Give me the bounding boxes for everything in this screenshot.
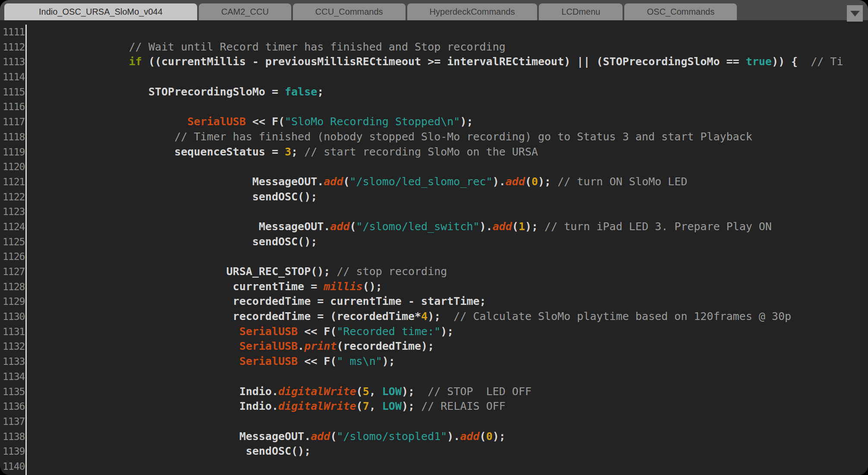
line-number: 1140: [0, 459, 25, 474]
code-token: );: [440, 325, 453, 338]
code-token: );: [493, 430, 506, 443]
code-line[interactable]: [31, 204, 868, 219]
code-token: << F(: [246, 115, 285, 128]
code-line[interactable]: SerialUSB << F(" ms\n");: [31, 354, 868, 369]
code-line[interactable]: recordedTime = currentTime - startTime;: [31, 294, 868, 309]
code-token: << F(: [298, 355, 337, 367]
code-token: // turn ON SloMo LED: [557, 175, 687, 188]
code-line[interactable]: [31, 70, 868, 85]
line-number: 1131: [0, 324, 25, 339]
code-line[interactable]: [31, 369, 868, 384]
code-token: 1: [519, 220, 525, 233]
code-area[interactable]: // Wait until Record timer has finished …: [27, 25, 868, 475]
code-token: );: [428, 310, 453, 323]
code-token: sendOSC();: [31, 190, 317, 203]
code-token: sendOSC();: [31, 445, 311, 457]
code-line[interactable]: SerialUSB << F("Recorded time:");: [31, 324, 868, 339]
line-number: 1115: [0, 85, 25, 100]
code-token: 0: [486, 430, 493, 443]
code-token: millis: [324, 280, 362, 293]
code-token: ).: [480, 220, 493, 233]
line-number: 1127: [0, 264, 25, 279]
code-line[interactable]: currentTime = millis();: [31, 279, 868, 294]
chevron-down-icon: [850, 11, 860, 16]
tab-Indio_OSC_URSA_SloMo_v044[interactable]: Indio_OSC_URSA_SloMo_v044: [4, 3, 197, 20]
code-token: recordedTime = currentTime - startTime;: [31, 295, 486, 307]
code-token: // RELAIS OFF: [421, 400, 506, 412]
code-token: ;: [291, 146, 304, 158]
code-editor: 1111111211131114111511161117111811191120…: [0, 20, 868, 475]
code-line[interactable]: MessageOUT.add("/slomo/led_slomo_rec").a…: [31, 174, 868, 190]
code-line[interactable]: MessageOUT.add("/slomo/stopled1").add(0)…: [31, 429, 868, 444]
code-token: LOW: [382, 400, 402, 412]
line-number: 1138: [0, 429, 25, 444]
code-token: 7: [363, 400, 369, 412]
tab-OSC_Commands[interactable]: OSC_Commands: [624, 3, 737, 20]
tab-list-button[interactable]: [847, 5, 863, 22]
code-line[interactable]: SerialUSB << F("SloMo Recording Stopped\…: [31, 114, 868, 130]
ide-window: Indio_OSC_URSA_SloMo_v044CAM2_CCUCCU_Com…: [0, 0, 868, 475]
code-line[interactable]: [31, 25, 868, 40]
line-number: 1112: [0, 40, 25, 55]
code-token: recordedTime = (recordedTime*: [31, 310, 421, 323]
code-line[interactable]: [31, 459, 868, 474]
code-line[interactable]: sendOSC();: [31, 444, 868, 459]
code-token: ,: [369, 385, 382, 398]
code-token: [31, 355, 239, 367]
code-token: (: [480, 430, 486, 443]
code-token: Indio.: [31, 385, 278, 398]
line-number: 1139: [0, 444, 25, 459]
code-token: );: [402, 400, 421, 412]
tab-LCDmenu[interactable]: LCDmenu: [539, 3, 623, 20]
line-number: 1121: [0, 174, 25, 190]
code-token: [31, 55, 129, 68]
code-line[interactable]: // Wait until Record timer has finished …: [31, 40, 868, 55]
code-line[interactable]: [31, 159, 868, 174]
line-number: 1124: [0, 219, 25, 234]
code-token: true: [746, 55, 772, 68]
code-token: // start recording SloMo on the URSA: [304, 146, 538, 158]
tab-HyperdeckCommands[interactable]: HyperdeckCommands: [407, 3, 538, 20]
line-number: 1128: [0, 279, 25, 294]
code-line[interactable]: sendOSC();: [31, 190, 868, 205]
code-token: add: [493, 220, 512, 233]
code-line[interactable]: MessageOUT.add("/slomo/led_switch").add(…: [31, 219, 868, 234]
line-number: 1135: [0, 384, 25, 399]
line-number: 1113: [0, 54, 25, 70]
code-line[interactable]: sendOSC();: [31, 234, 868, 250]
line-number: 1114: [0, 70, 25, 85]
code-token: add: [324, 175, 343, 188]
code-token: << F(: [298, 325, 337, 338]
line-number: 1132: [0, 339, 25, 354]
tab-CCU_Commands[interactable]: CCU_Commands: [293, 3, 406, 20]
code-token: STOPrecordingSloMo =: [31, 86, 285, 98]
code-token: 4: [421, 310, 428, 323]
code-line[interactable]: [31, 414, 868, 429]
code-line[interactable]: URSA_REC_STOP(); // stop recording: [31, 264, 868, 279]
line-number: 1118: [0, 130, 25, 145]
code-line[interactable]: STOPrecordingSloMo = false;: [31, 85, 868, 100]
code-token: (: [330, 430, 337, 443]
code-token: (: [356, 400, 363, 412]
code-token: // turn iPad LED 3. Prepare Play ON: [544, 220, 772, 233]
code-line[interactable]: sequenceStatus = 3; // start recording S…: [31, 145, 868, 160]
tab-CAM2_CCU[interactable]: CAM2_CCU: [199, 3, 291, 20]
code-token: digitalWrite: [278, 385, 356, 398]
code-token: // STOP LED OFF: [428, 385, 531, 398]
code-line[interactable]: [31, 249, 868, 264]
code-line[interactable]: if ((currentMillis - previousMillisRECti…: [31, 54, 868, 70]
code-line[interactable]: Indio.digitalWrite(7, LOW); // RELAIS OF…: [31, 399, 868, 414]
code-token: (: [512, 220, 519, 233]
code-line[interactable]: SerialUSB.print(recordedTime);: [31, 339, 868, 354]
code-token: add: [460, 430, 479, 443]
code-line[interactable]: recordedTime = (recordedTime*4); // Calc…: [31, 309, 868, 324]
code-line[interactable]: Indio.digitalWrite(5, LOW); // STOP LED …: [31, 384, 868, 399]
code-line[interactable]: [31, 99, 868, 114]
code-line[interactable]: // Timer has finished (nobody stopped Sl…: [31, 130, 868, 145]
code-token: .: [298, 340, 304, 352]
code-token: ).: [493, 175, 506, 188]
code-token: [31, 340, 239, 352]
line-number: 1126: [0, 249, 25, 264]
code-token: (: [350, 220, 356, 233]
code-token: "Recorded time:": [337, 325, 440, 338]
